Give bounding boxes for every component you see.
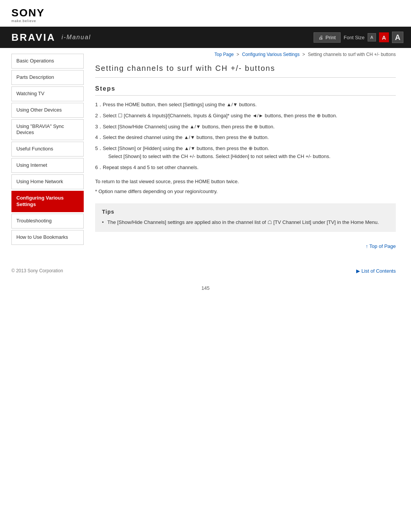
step-4-num: 4． bbox=[95, 134, 103, 142]
sony-tagline: make.believe bbox=[11, 19, 36, 23]
note-2: * Option name differs depending on your … bbox=[95, 188, 396, 196]
list-of-contents-link[interactable]: ▶ List of Contents bbox=[356, 268, 396, 274]
step-2: 2． Select ☐ [Channels & Inputs]/[Channel… bbox=[95, 112, 396, 120]
sidebar-item-configuring-various-settings[interactable]: Configuring Various Settings bbox=[11, 191, 84, 212]
imanual-text: i-Manual bbox=[62, 34, 91, 41]
bravia-logo: BRAVIA i-Manual bbox=[11, 32, 91, 43]
steps-list: 1． Press the HOME button, then select [S… bbox=[95, 101, 396, 172]
copyright-text: © 2013 Sony Corporation bbox=[11, 268, 63, 273]
step-3-num: 3． bbox=[95, 123, 103, 131]
sidebar-item-using-home-network[interactable]: Using Home Network bbox=[11, 174, 84, 189]
step-5: 5． Select [Shown] or [Hidden] using the … bbox=[95, 145, 396, 161]
note-1: To return to the last viewed source, pre… bbox=[95, 178, 396, 186]
page-number: 145 bbox=[0, 278, 411, 299]
print-icon: 🖨 bbox=[319, 35, 323, 40]
sidebar-item-troubleshooting[interactable]: Troubleshooting bbox=[11, 214, 84, 228]
top-bar: SONY make.believe bbox=[0, 0, 411, 27]
tips-box: Tips The [Show/Hide Channels] settings a… bbox=[95, 203, 396, 232]
bravia-brand-text: BRAVIA bbox=[11, 32, 56, 43]
copyright-bar: © 2013 Sony Corporation ▶ List of Conten… bbox=[0, 264, 411, 278]
sony-logo: SONY make.believe bbox=[11, 7, 400, 23]
breadcrumb: Top Page > Configuring Various Settings … bbox=[95, 48, 396, 57]
steps-heading: Steps bbox=[95, 85, 396, 96]
sidebar: Basic Operations Parts Description Watch… bbox=[0, 48, 84, 260]
main-layout: Basic Operations Parts Description Watch… bbox=[0, 48, 411, 260]
sony-brand-text: SONY bbox=[11, 7, 45, 19]
step-6-num: 6． bbox=[95, 164, 103, 172]
nav-bar: BRAVIA i-Manual 🖨 Print Font Size A A A bbox=[0, 27, 411, 48]
font-size-medium-button[interactable]: A bbox=[379, 32, 389, 42]
sidebar-item-using-bravia-sync[interactable]: Using "BRAVIA" Sync Devices bbox=[11, 119, 84, 141]
nav-controls: 🖨 Print Font Size A A A bbox=[314, 32, 403, 43]
sidebar-item-using-other-devices[interactable]: Using Other Devices bbox=[11, 103, 84, 118]
breadcrumb-current: Setting channels to surf with CH +/- but… bbox=[308, 52, 396, 57]
print-label: Print bbox=[325, 35, 336, 40]
sidebar-item-useful-functions[interactable]: Useful Functions bbox=[11, 142, 84, 157]
sidebar-item-watching-tv[interactable]: Watching TV bbox=[11, 86, 84, 101]
step-1: 1． Press the HOME button, then select [S… bbox=[95, 101, 396, 109]
sidebar-item-parts-description[interactable]: Parts Description bbox=[11, 70, 84, 85]
content-area: Top Page > Configuring Various Settings … bbox=[84, 48, 411, 260]
sidebar-item-using-internet[interactable]: Using Internet bbox=[11, 158, 84, 173]
tips-heading: Tips bbox=[102, 209, 389, 215]
print-button[interactable]: 🖨 Print bbox=[314, 32, 341, 43]
breadcrumb-configuring[interactable]: Configuring Various Settings bbox=[242, 52, 299, 57]
breadcrumb-sep2: > bbox=[303, 52, 305, 57]
tip-1: The [Show/Hide Channels] settings are ap… bbox=[102, 219, 389, 227]
footer-links: ↑ Top of Page bbox=[95, 243, 396, 249]
page-title: Setting channels to surf with CH +/- but… bbox=[95, 64, 396, 78]
step-2-num: 2． bbox=[95, 112, 103, 120]
font-size-small-button[interactable]: A bbox=[368, 33, 376, 42]
sidebar-item-how-to-use-bookmarks[interactable]: How to Use Bookmarks bbox=[11, 230, 84, 245]
font-size-label: Font Size bbox=[344, 35, 365, 40]
step-3: 3． Select [Show/Hide Channels] using the… bbox=[95, 123, 396, 131]
tips-list: The [Show/Hide Channels] settings are ap… bbox=[102, 219, 389, 227]
step-6: 6． Repeat steps 4 and 5 to set other cha… bbox=[95, 164, 396, 172]
top-of-page-link[interactable]: ↑ Top of Page bbox=[366, 243, 396, 249]
breadcrumb-sep1: > bbox=[237, 52, 239, 57]
step-1-num: 1． bbox=[95, 101, 103, 109]
sidebar-item-basic-operations[interactable]: Basic Operations bbox=[11, 54, 84, 69]
font-size-large-button[interactable]: A bbox=[392, 32, 403, 43]
step-5-num: 5． bbox=[95, 145, 103, 153]
step-4: 4． Select the desired channel using the … bbox=[95, 134, 396, 142]
breadcrumb-top-page[interactable]: Top Page bbox=[215, 52, 234, 57]
